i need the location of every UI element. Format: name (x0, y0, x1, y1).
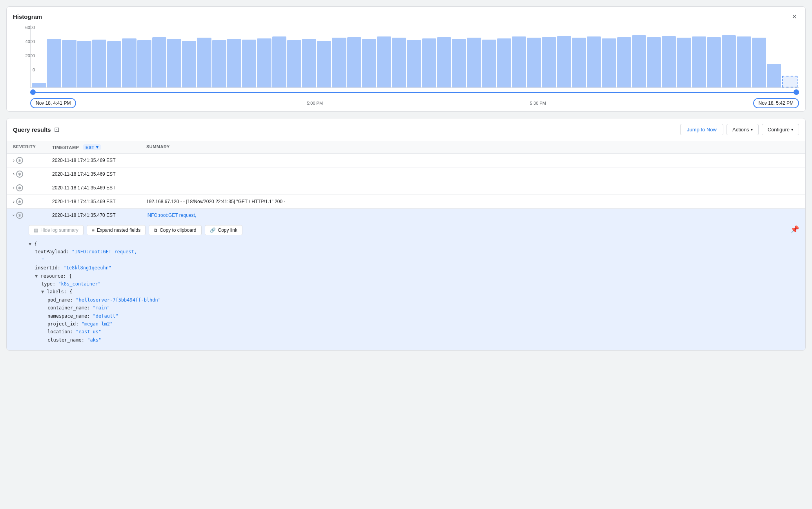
bar-44 (677, 38, 691, 87)
hide-log-summary-button[interactable]: ▤ Hide log summary (29, 225, 84, 235)
table-row[interactable]: › ✱ 2020-11-18 17:41:35.469 EST 192.168.… (7, 195, 805, 209)
bar-16 (257, 38, 271, 87)
configure-button[interactable]: Configure ▾ (762, 124, 799, 135)
log-code-block: ▼ { textPayload: "INFO:root:GET request,… (29, 240, 799, 344)
row-expand-2: › ✱ (13, 171, 52, 178)
bar-23 (362, 39, 376, 87)
bar-39 (602, 38, 616, 87)
col-summary: SUMMARY (146, 144, 799, 150)
expand-nested-fields-button[interactable]: ≡ Expand nested fields (87, 225, 146, 235)
bar-22 (347, 37, 361, 87)
bar-50 (767, 64, 781, 87)
tz-chevron: ▾ (96, 145, 99, 150)
table-row[interactable]: › ✱ 2020-11-18 17:41:35.469 EST (7, 167, 805, 181)
code-resource-open: ▼ resource: { (35, 272, 799, 280)
copy-link-button[interactable]: 🔗 Copy link (205, 225, 242, 235)
x-axis-5pm: 5:00 PM (307, 101, 323, 105)
bar-25 (392, 38, 406, 87)
bar-47 (722, 35, 736, 87)
bar-26 (407, 40, 421, 87)
bar-27 (422, 38, 436, 87)
table-header: SEVERITY TIMESTAMP EST ▾ SUMMARY (7, 141, 805, 154)
pin-icon[interactable]: 📌 (790, 225, 799, 233)
bar-15 (242, 40, 256, 87)
timestamp-2: 2020-11-18 17:41:35.469 EST (52, 171, 146, 177)
query-results-actions: Jump to Now Actions ▾ Configure ▾ (680, 124, 799, 135)
bar-17 (272, 36, 286, 87)
row-arrow-4[interactable]: › (13, 199, 15, 204)
expand-icon[interactable]: ⊡ (54, 126, 59, 133)
histogram-header: Histogram × (7, 7, 805, 25)
bar-8 (137, 40, 151, 87)
copy-to-clipboard-button[interactable]: ⧉ Copy to clipboard (149, 225, 201, 235)
code-pod-name: pod_name: "helloserver-7f5bb494ff-blhdn" (47, 296, 799, 304)
copy-clipboard-icon: ⧉ (154, 227, 157, 233)
range-end-label: Nov 18, 5:42 PM (753, 98, 799, 108)
summary-4: 192.168.67.120 - - [18/Nov/2020 22:41:35… (146, 199, 799, 204)
bar-14 (227, 39, 241, 87)
bar-36 (557, 36, 571, 87)
bar-1 (32, 83, 46, 87)
bar-9 (152, 37, 166, 87)
bar-43 (662, 36, 676, 87)
bar-last (782, 76, 797, 87)
bar-35 (542, 37, 556, 87)
bar-3 (62, 40, 76, 87)
timestamp-5: 2020-11-18 17:41:35.470 EST (52, 213, 146, 218)
timestamp-1: 2020-11-18 17:41:35.469 EST (52, 158, 146, 163)
table-row-expanded[interactable]: › ✱ 2020-11-18 17:41:35.470 EST INFO:roo… (7, 209, 805, 222)
bar-37 (572, 38, 586, 87)
bar-7 (122, 38, 136, 87)
bar-48 (737, 36, 751, 87)
query-results-left: Query results ⊡ (13, 126, 59, 133)
jump-to-now-button[interactable]: Jump to Now (680, 124, 723, 135)
bar-6 (107, 41, 121, 87)
x-axis-530pm: 5:30 PM (530, 101, 546, 105)
bar-24 (377, 36, 391, 87)
tz-pill[interactable]: EST ▾ (83, 144, 101, 150)
row-expand-3: › ✱ (13, 184, 52, 191)
row-arrow-5[interactable]: › (11, 215, 16, 216)
bar-33 (512, 36, 526, 87)
severity-icon-4: ✱ (16, 198, 23, 205)
table-row[interactable]: › ✱ 2020-11-18 17:41:35.469 EST (7, 154, 805, 167)
range-handle-right[interactable] (794, 89, 799, 95)
timestamp-4: 2020-11-18 17:41:35.469 EST (52, 199, 146, 204)
row-arrow-1[interactable]: › (13, 158, 15, 163)
query-results-card: Query results ⊡ Jump to Now Actions ▾ Co… (6, 118, 806, 351)
expanded-actions: ▤ Hide log summary ≡ Expand nested field… (29, 225, 799, 235)
close-button[interactable]: × (790, 11, 799, 22)
bar-38 (587, 36, 601, 87)
code-namespace: namespace_name: "default" (47, 312, 799, 320)
code-text-payload: textPayload: "INFO:root:GET request, (35, 248, 799, 256)
range-handle-left[interactable] (30, 89, 36, 95)
actions-button[interactable]: Actions ▾ (726, 124, 759, 135)
query-results-title: Query results (13, 126, 51, 133)
code-labels-open: ▼ labels: { (41, 288, 799, 296)
bar-11 (182, 41, 196, 87)
code-container-name: container_name: "main" (47, 304, 799, 312)
row-expand-4: › ✱ (13, 198, 52, 205)
row-expand-1: › ✱ (13, 157, 52, 164)
bar-30 (467, 38, 481, 87)
code-cluster-name: cluster_name: "aks" (47, 336, 799, 344)
bar-46 (707, 37, 721, 87)
code-open-brace: ▼ { (29, 240, 799, 248)
bar-41 (632, 35, 646, 87)
row-arrow-3[interactable]: › (13, 185, 15, 191)
chart-area (30, 25, 799, 88)
query-results-header: Query results ⊡ Jump to Now Actions ▾ Co… (7, 118, 805, 141)
severity-icon-2: ✱ (16, 171, 23, 178)
histogram-card: Histogram × 6000 4000 2000 0 (6, 6, 806, 112)
bar-29 (452, 39, 466, 87)
bar-31 (482, 40, 496, 87)
bar-4 (77, 41, 91, 87)
bar-19 (302, 39, 316, 87)
code-location: location: "east-us" (47, 328, 799, 336)
row-arrow-2[interactable]: › (13, 171, 15, 177)
copy-link-icon: 🔗 (210, 227, 216, 233)
table-row[interactable]: › ✱ 2020-11-18 17:41:35.469 EST (7, 181, 805, 195)
configure-chevron: ▾ (791, 127, 793, 132)
bar-42 (647, 37, 661, 87)
code-text-payload-cont: " (41, 256, 799, 264)
